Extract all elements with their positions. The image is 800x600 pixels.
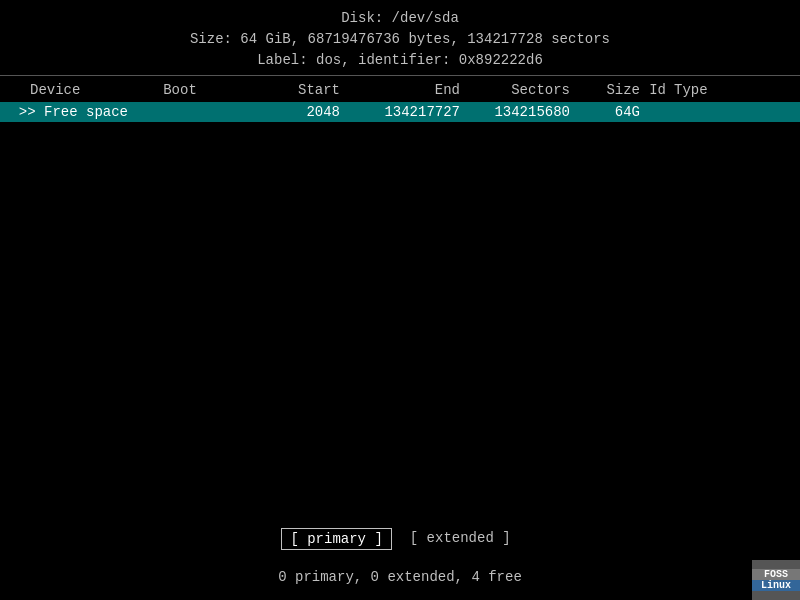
primary-button[interactable]: [ primary ] — [281, 528, 391, 550]
row-sectors: 134215680 — [460, 104, 570, 120]
table-header: Device Boot Start End Sectors Size Id Ty… — [0, 78, 800, 102]
status-line: 0 primary, 0 extended, 4 free — [0, 569, 800, 585]
header-end: End — [340, 82, 460, 98]
extended-button[interactable]: [ extended ] — [402, 528, 519, 550]
foss-top-label: FOSS — [752, 569, 800, 580]
row-arrow: >> Free space — [0, 104, 130, 120]
header-size: Size — [570, 82, 640, 98]
row-type — [670, 104, 730, 120]
disk-title: Disk: /dev/sda — [0, 8, 800, 29]
row-boot — [130, 104, 230, 120]
partition-options: [ primary ] [ extended ] — [0, 528, 800, 550]
header-device: Device — [0, 82, 130, 98]
header-type: Type — [670, 82, 730, 98]
row-id — [640, 104, 670, 120]
row-end: 134217727 — [340, 104, 460, 120]
foss-linux-badge: FOSS Linux — [752, 560, 800, 600]
disk-size-info: Size: 64 GiB, 68719476736 bytes, 1342177… — [0, 29, 800, 50]
disk-label-info: Label: dos, identifier: 0x892222d6 — [0, 50, 800, 71]
title-section: Disk: /dev/sda Size: 64 GiB, 68719476736… — [0, 8, 800, 71]
row-size: 64G — [570, 104, 640, 120]
table-row[interactable]: >> Free space 2048 134217727 134215680 6… — [0, 102, 800, 122]
partition-buttons-group: [ primary ] [ extended ] — [0, 528, 800, 550]
header-id: Id — [640, 82, 670, 98]
row-start: 2048 — [230, 104, 340, 120]
header-boot: Boot — [130, 82, 230, 98]
header-sectors: Sectors — [460, 82, 570, 98]
screen: Disk: /dev/sda Size: 64 GiB, 68719476736… — [0, 0, 800, 600]
header-start: Start — [230, 82, 340, 98]
foss-bottom-label: Linux — [752, 580, 800, 591]
header-divider — [0, 75, 800, 76]
